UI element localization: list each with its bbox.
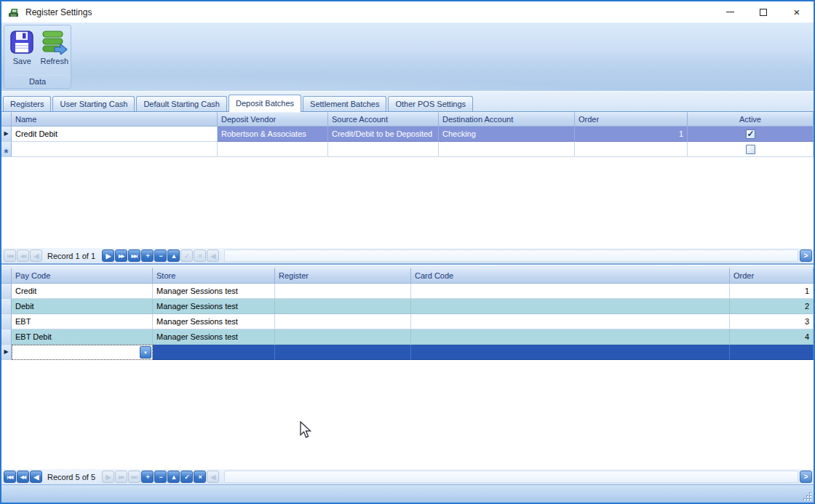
hscroll-track[interactable] <box>224 471 798 483</box>
cell-order[interactable]: 4 <box>730 329 814 345</box>
cell-pay-code[interactable]: EBT <box>12 314 153 329</box>
cell-active <box>688 142 814 157</box>
nav-cancel-edit-button: × <box>194 249 206 262</box>
column-header-order[interactable]: Order <box>730 268 814 284</box>
cell-register[interactable] <box>275 284 411 299</box>
hscroll-track[interactable] <box>224 249 798 262</box>
cell-name[interactable] <box>12 142 218 157</box>
cell-register[interactable] <box>275 329 411 345</box>
tab-user-starting-cash[interactable]: User Starting Cash <box>52 96 135 111</box>
minimize-button[interactable] <box>713 1 747 23</box>
cell-store[interactable]: Manager Sessions test <box>153 284 275 299</box>
nav-first-button[interactable]: |◀◀ <box>4 471 16 483</box>
nav-back-button: ◀ <box>207 249 219 262</box>
cell-pay-code[interactable]: EBT Debit <box>12 329 153 345</box>
nav-cancel-edit-button[interactable]: × <box>194 471 206 483</box>
status-bar <box>1 484 814 503</box>
cell-store[interactable] <box>153 345 275 360</box>
column-header-register[interactable]: Register <box>275 268 411 284</box>
active-checkbox[interactable] <box>746 129 755 139</box>
ribbon: Save Refresh Data <box>1 23 814 92</box>
cell-store[interactable]: Manager Sessions test <box>153 314 275 329</box>
paycode-row: Debit Manager Sessions test 2 <box>1 299 814 314</box>
cell-destination-account[interactable]: Checking <box>439 127 575 142</box>
cell-card-code[interactable] <box>411 345 730 360</box>
cell-store[interactable]: Manager Sessions test <box>153 299 275 314</box>
tab-settlement-batches[interactable]: Settlement Batches <box>303 96 386 111</box>
cell-pay-code[interactable]: Debit <box>12 299 153 314</box>
refresh-button[interactable]: Refresh <box>40 28 70 75</box>
cell-deposit-vendor[interactable] <box>218 142 328 157</box>
column-header-active[interactable]: Active <box>688 112 814 127</box>
column-header-name[interactable]: Name <box>12 112 218 127</box>
active-checkbox[interactable] <box>746 145 755 154</box>
nav-prev-button[interactable]: ◀ <box>30 471 42 483</box>
column-header-store[interactable]: Store <box>153 268 275 284</box>
nav-edit-button[interactable]: ▲ <box>167 471 180 483</box>
cell-order[interactable]: 3 <box>730 314 814 329</box>
cell-order[interactable]: 2 <box>730 299 814 314</box>
nav-delete-button[interactable]: − <box>154 471 167 483</box>
pay-code-combo-editor[interactable]: ▼ <box>12 345 153 360</box>
tabstrip: Registers User Starting Cash Default Sta… <box>1 92 814 112</box>
save-icon <box>9 30 34 55</box>
tab-deposit-batches[interactable]: Deposit Batches <box>228 95 301 112</box>
nav-prev-page-button: ◀◀ <box>17 249 29 262</box>
column-header-pay-code[interactable]: Pay Code <box>12 268 153 284</box>
nav-append-button[interactable]: + <box>141 471 154 483</box>
cell-order[interactable] <box>730 345 814 360</box>
column-header-destination-account[interactable]: Destination Account <box>439 112 575 127</box>
cell-source-account[interactable] <box>328 142 439 157</box>
nav-delete-button[interactable]: − <box>154 249 167 262</box>
cell-register[interactable] <box>275 314 411 329</box>
nav-edit-button[interactable]: ▲ <box>167 249 180 262</box>
pay-code-editor-value[interactable] <box>12 345 140 359</box>
close-icon: × <box>794 7 800 17</box>
nav-end-edit-button[interactable]: ✓ <box>180 471 193 483</box>
column-header-source-account[interactable]: Source Account <box>328 112 439 127</box>
close-button[interactable]: × <box>780 1 814 23</box>
column-header-order[interactable]: Order <box>575 112 688 127</box>
ribbon-group-caption: Data <box>4 75 71 88</box>
window-title: Register Settings <box>25 7 713 17</box>
maximize-icon <box>760 9 767 16</box>
cell-store[interactable]: Manager Sessions test <box>153 329 275 345</box>
tab-default-starting-cash[interactable]: Default Starting Cash <box>136 96 227 111</box>
cell-source-account[interactable]: Credit/Debit to be Deposited <box>328 127 439 142</box>
cell-register[interactable] <box>275 345 411 360</box>
resize-grip-icon[interactable] <box>803 492 812 501</box>
paycode-grid-empty-area <box>1 360 814 469</box>
dropdown-button[interactable]: ▼ <box>140 346 151 359</box>
refresh-button-label: Refresh <box>40 57 68 65</box>
deposit-row-selected: ▶ Credit Debit Robertson & Associates Cr… <box>1 127 814 142</box>
nav-next-page-button[interactable]: ▶▶ <box>115 249 127 262</box>
cell-name[interactable]: Credit Debit <box>12 127 218 142</box>
nav-next-button[interactable]: ▶ <box>102 249 114 262</box>
hscroll-right-button[interactable]: > <box>800 249 812 262</box>
nav-next-page-button: ▶▶ <box>115 471 127 483</box>
cell-order[interactable] <box>575 142 688 157</box>
cell-card-code[interactable] <box>411 329 730 345</box>
cell-order[interactable]: 1 <box>575 127 688 142</box>
tab-registers[interactable]: Registers <box>3 96 51 111</box>
hscroll-right-button[interactable]: > <box>800 471 812 483</box>
cell-pay-code[interactable]: Credit <box>12 284 153 299</box>
cell-register[interactable] <box>275 299 411 314</box>
cell-destination-account[interactable] <box>439 142 575 157</box>
app-icon <box>8 7 20 18</box>
cell-card-code[interactable] <box>411 314 730 329</box>
maximize-button[interactable] <box>747 1 780 23</box>
column-header-card-code[interactable]: Card Code <box>411 268 730 284</box>
nav-last-button[interactable]: ▶▶| <box>128 249 140 262</box>
tab-other-pos-settings[interactable]: Other POS Settings <box>388 96 473 111</box>
column-header-deposit-vendor[interactable]: Deposit Vendor <box>218 112 328 127</box>
cell-order[interactable]: 1 <box>730 284 814 299</box>
row-indicator: ▶ <box>1 345 12 360</box>
cell-deposit-vendor[interactable]: Robertson & Associates <box>218 127 328 142</box>
cell-card-code[interactable] <box>411 284 730 299</box>
nav-append-button[interactable]: + <box>141 249 154 262</box>
paycode-row: Credit Manager Sessions test 1 <box>1 284 814 299</box>
cell-card-code[interactable] <box>411 299 730 314</box>
nav-prev-page-button[interactable]: ◀◀ <box>17 471 29 483</box>
save-button[interactable]: Save <box>7 28 37 75</box>
